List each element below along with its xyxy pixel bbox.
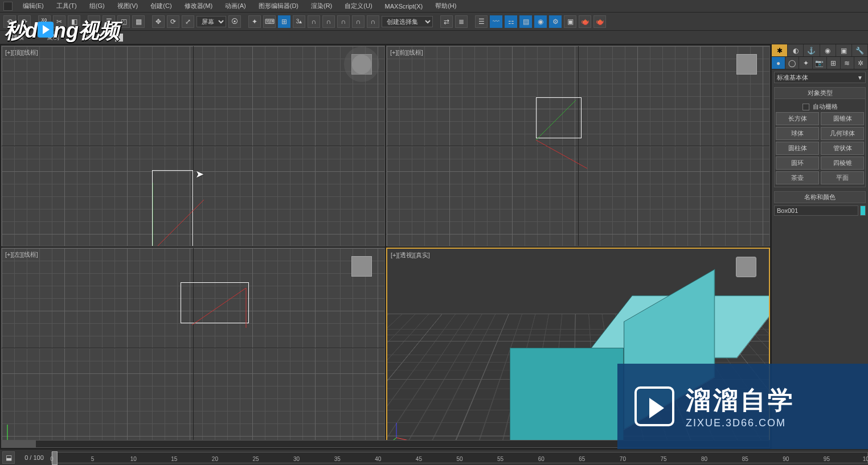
autogrid-checkbox[interactable]	[803, 104, 809, 110]
tick-label: 70	[620, 456, 626, 462]
pivot-icon[interactable]: ⦿	[228, 15, 241, 28]
viewport-scrollbar[interactable]	[1, 440, 770, 448]
tab-create-icon[interactable]: ✱	[772, 44, 788, 56]
subtab-shapes-icon[interactable]: ◯	[785, 57, 799, 69]
edit-named-icon[interactable]: ∩	[352, 15, 365, 28]
menu-tools[interactable]: 工具(T)	[54, 1, 79, 11]
select-name-icon[interactable]: ☰	[103, 15, 115, 28]
btn-plane[interactable]: 平面	[821, 171, 864, 184]
subtab-geometry-icon[interactable]: ●	[772, 57, 785, 69]
schematic-icon[interactable]: ⚏	[505, 15, 517, 28]
redo-icon[interactable]: ↷	[18, 15, 31, 28]
select-icon[interactable]: ▭	[88, 15, 100, 28]
angle-snap-icon[interactable]: 3▴	[293, 15, 305, 28]
select-region-icon[interactable]: ◫	[117, 15, 130, 28]
menu-help[interactable]: 帮助(H)	[433, 1, 458, 11]
btn-geosphere[interactable]: 几何球体	[821, 127, 864, 140]
render-icon[interactable]: 🫖	[579, 15, 591, 28]
rollup-objecttype[interactable]: 对象类型	[774, 87, 866, 99]
undo-icon[interactable]: ↶	[3, 15, 16, 28]
subtab-helpers-icon[interactable]: ⊞	[827, 57, 841, 69]
btn-torus[interactable]: 圆环	[776, 157, 819, 170]
category-dropdown[interactable]: 标准基本体▼	[774, 72, 866, 83]
window-crossing-icon[interactable]: ▦	[132, 15, 145, 28]
curve-editor-icon[interactable]: 〰	[490, 15, 502, 28]
menu-grapheditor[interactable]: 图形编辑器(D)	[256, 1, 301, 11]
render-setup-icon[interactable]: ⚙	[549, 15, 562, 28]
percent-snap-icon[interactable]: ∩	[308, 15, 320, 28]
viewport-top-label[interactable]: [+][顶][线框]	[5, 48, 38, 57]
keyboard-icon[interactable]: ⌨	[263, 15, 276, 28]
btn-cylinder[interactable]: 圆柱体	[776, 142, 819, 155]
viewport-left-label[interactable]: [+][左][线框]	[5, 250, 38, 259]
snap-options-icon[interactable]: ∩	[337, 15, 350, 28]
link-icon[interactable]: ⛓	[38, 15, 51, 28]
app-icon[interactable]	[3, 2, 13, 11]
scale-icon[interactable]: ⤢	[182, 15, 194, 28]
menu-maxscript[interactable]: MAXScript(X)	[383, 2, 425, 11]
time-slider[interactable]: 0510152025303540455055606570758085909510…	[51, 452, 868, 463]
named-selection-select[interactable]: 创建选择集	[382, 16, 433, 27]
snap-use-icon[interactable]: ∩	[367, 15, 379, 28]
menu-group[interactable]: 组(G)	[87, 1, 107, 11]
tick-label: 85	[742, 456, 748, 462]
btn-tube[interactable]: 管状体	[821, 142, 864, 155]
rotate-icon[interactable]: ⟳	[167, 15, 179, 28]
subtab-spacewarps-icon[interactable]: ≋	[841, 57, 854, 69]
btn-pyramid[interactable]: 四棱锥	[821, 157, 864, 170]
menu-animation[interactable]: 动画(A)	[223, 1, 248, 11]
viewcube-icon[interactable]	[351, 256, 372, 277]
move-icon[interactable]: ✥	[152, 15, 165, 28]
menu-render[interactable]: 渲染(R)	[309, 1, 334, 11]
subtab-lights-icon[interactable]: ✦	[799, 57, 813, 69]
menu-customize[interactable]: 自定义(U)	[342, 1, 374, 11]
tab-modify-icon[interactable]: ◐	[788, 44, 804, 56]
tab-display-icon[interactable]: ▣	[836, 44, 852, 56]
subtab-cameras-icon[interactable]: 📷	[813, 57, 826, 69]
axis-tripod-icon	[536, 100, 604, 174]
tick-label: 95	[824, 456, 830, 462]
spinner-snap-icon[interactable]: ∩	[322, 15, 335, 28]
render-frame-icon[interactable]: ▣	[564, 15, 576, 28]
object-color-swatch[interactable]	[860, 205, 866, 216]
viewport-front-label[interactable]: [+][前][线框]	[390, 48, 423, 57]
subtab-systems-icon[interactable]: ✲	[854, 57, 868, 69]
layers-icon[interactable]: ☰	[475, 15, 488, 28]
viewport-left[interactable]: [+][左][线框]	[1, 248, 385, 448]
menu-create[interactable]: 创建(C)	[148, 1, 174, 11]
viewport-front[interactable]: [+][前][线框]	[386, 46, 770, 246]
ref-coord-select[interactable]: 屏幕	[196, 16, 226, 27]
rollup-namecolor[interactable]: 名称和颜色	[774, 191, 866, 203]
btn-cone[interactable]: 圆锥体	[821, 112, 864, 125]
tab-utilities-icon[interactable]: 🔧	[852, 44, 868, 56]
align-icon[interactable]: ≣	[455, 15, 468, 28]
manipulate-icon[interactable]: ✦	[248, 15, 261, 28]
btn-sphere[interactable]: 球体	[776, 127, 819, 140]
render-prod-icon[interactable]: 🫖	[593, 15, 606, 28]
mirror-icon[interactable]: ⇄	[440, 15, 453, 28]
dope-sheet-icon[interactable]: ▤	[519, 15, 532, 28]
material-editor-icon[interactable]: ◉	[534, 15, 547, 28]
ribbon-toggle-icon[interactable]	[115, 34, 123, 42]
viewport-top[interactable]: [+][顶][线框] ➤	[1, 46, 385, 246]
menu-view[interactable]: 视图(V)	[115, 1, 141, 11]
viewport-persp-label[interactable]: [+][透视][真实]	[391, 251, 430, 260]
unlink-icon[interactable]: ✂	[53, 15, 65, 28]
bind-icon[interactable]: ◧	[68, 15, 80, 28]
object-name-input[interactable]	[774, 205, 858, 216]
menu-edit[interactable]: 编辑(E)	[21, 1, 46, 11]
viewcube-icon[interactable]	[736, 257, 756, 277]
btn-teapot[interactable]: 茶壶	[776, 171, 819, 184]
viewcube-icon[interactable]	[736, 54, 757, 75]
snap-toggle-icon[interactable]: ⊞	[278, 15, 290, 28]
viewport-perspective[interactable]: [+][透视][真实]	[386, 248, 770, 448]
viewcube-icon[interactable]	[351, 54, 372, 75]
tab-motion-icon[interactable]: ◉	[820, 44, 836, 56]
ribbon-copy[interactable]: 复制	[41, 32, 65, 43]
timeline-config-icon[interactable]: ⬓	[2, 451, 15, 464]
menu-modifiers[interactable]: 修改器(M)	[182, 1, 215, 11]
ribbon-modeling[interactable]: 建模	[6, 32, 30, 43]
ribbon-fill[interactable]: 填充	[76, 32, 100, 43]
tab-hierarchy-icon[interactable]: ⚓	[804, 44, 820, 56]
btn-box[interactable]: 长方体	[776, 112, 819, 125]
